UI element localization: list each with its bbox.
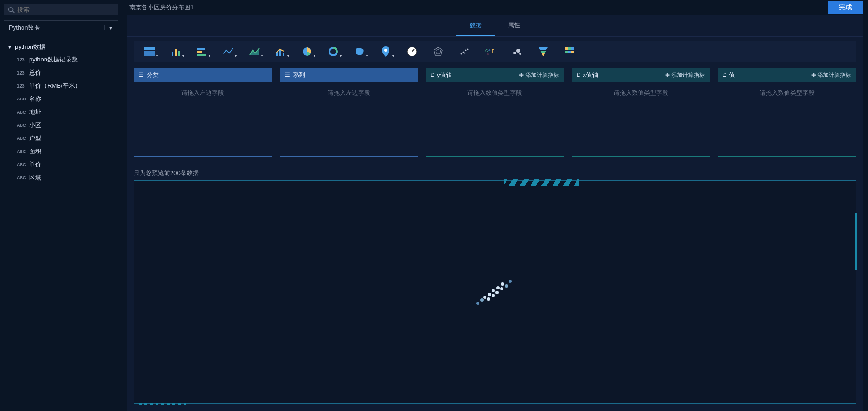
- text-type-icon: ABC: [17, 175, 29, 180]
- zone-xaxis-label: x值轴: [583, 71, 598, 79]
- numeric-type-icon: 123: [17, 57, 29, 62]
- svg-rect-41: [568, 51, 571, 53]
- svg-rect-42: [571, 51, 574, 53]
- pie-chart-icon[interactable]: ▾: [300, 46, 314, 57]
- pound-icon: £: [723, 72, 726, 78]
- text-type-icon: ABC: [17, 97, 29, 101]
- datasource-select[interactable]: Python数据 ▼: [4, 20, 118, 35]
- field-item[interactable]: 123单价（RMB/平米）: [15, 79, 118, 92]
- zone-series-placeholder: 请拖入左边字段: [280, 82, 418, 156]
- field-item[interactable]: ABC名称: [15, 92, 118, 106]
- zone-yaxis-add[interactable]: ✚ 添加计算指标: [519, 71, 559, 79]
- svg-marker-36: [542, 53, 545, 56]
- svg-point-23: [463, 52, 464, 53]
- field-label: 面积: [29, 147, 41, 156]
- ring-chart-icon[interactable]: ▾: [327, 46, 340, 57]
- list-icon: ☰: [139, 72, 144, 78]
- line-chart-icon[interactable]: ▾: [222, 46, 235, 57]
- zone-value[interactable]: £值 ✚ 添加计算指标 请拖入数值类型字段: [718, 68, 856, 157]
- svg-rect-5: [175, 49, 177, 56]
- field-item[interactable]: ABC区域: [15, 171, 118, 184]
- tabs: 数据 属性: [127, 15, 863, 37]
- field-item[interactable]: 123python数据记录数: [15, 53, 118, 66]
- svg-rect-2: [144, 47, 155, 50]
- tab-attr[interactable]: 属性: [495, 15, 533, 36]
- svg-rect-6: [178, 51, 180, 56]
- svg-text:B: B: [492, 49, 495, 54]
- bar-chart-icon[interactable]: ▾: [169, 46, 182, 57]
- table-chart-icon[interactable]: ▾: [143, 46, 156, 57]
- text-type-icon: ABC: [17, 110, 29, 114]
- field-item[interactable]: ABC地址: [15, 106, 118, 119]
- field-item[interactable]: ABC小区: [15, 119, 118, 132]
- field-item[interactable]: ABC面积: [15, 145, 118, 158]
- funnel-icon[interactable]: [537, 46, 550, 57]
- zone-series[interactable]: ☰系列 请拖入左边字段: [280, 68, 419, 157]
- field-list: 123python数据记录数123总价123单价（RMB/平米）ABC名称ABC…: [4, 53, 118, 184]
- datasource-label: Python数据: [9, 23, 40, 32]
- field-label: 区域: [29, 174, 41, 182]
- svg-rect-9: [197, 54, 206, 56]
- zone-category-placeholder: 请拖入左边字段: [134, 82, 272, 156]
- text-type-icon: ABC: [17, 123, 29, 128]
- zone-category[interactable]: ☰分类 请拖入左边字段: [134, 68, 272, 157]
- tree-root-label: python数据: [15, 43, 45, 51]
- area-chart-icon[interactable]: ▾: [248, 46, 261, 57]
- content-box: 数据 属性 ▾▾▾▾▾▾▾▾▾▾CABD ☰分类 请拖入左边字段 ☰系列 请拖入…: [127, 15, 863, 411]
- field-label: 单价: [29, 160, 41, 169]
- numeric-type-icon: 123: [17, 84, 29, 89]
- tree-root[interactable]: ▼ python数据: [4, 41, 118, 53]
- heatmap-icon[interactable]: [563, 46, 576, 57]
- gauge-icon[interactable]: [405, 46, 419, 57]
- zone-value-label: 值: [729, 71, 735, 79]
- search-box[interactable]: [4, 4, 118, 15]
- svg-marker-35: [540, 51, 546, 53]
- field-label: 地址: [29, 108, 41, 116]
- radar-icon[interactable]: [432, 46, 445, 57]
- preview-label: 只为您预览前200条数据: [127, 162, 863, 180]
- zone-series-label: 系列: [293, 71, 305, 79]
- svg-rect-40: [565, 51, 568, 53]
- field-label: 户型: [29, 134, 41, 143]
- svg-marker-34: [539, 47, 548, 50]
- field-label: 总价: [29, 68, 41, 77]
- zone-value-placeholder: 请拖入数值类型字段: [718, 82, 856, 156]
- map-china-icon[interactable]: ▾: [353, 46, 366, 57]
- combo-chart-icon[interactable]: ▾: [274, 46, 287, 57]
- svg-point-26: [467, 49, 469, 50]
- pound-icon: £: [577, 72, 580, 78]
- zone-xaxis-add[interactable]: ✚ 添加计算指标: [665, 71, 705, 79]
- field-label: 名称: [29, 95, 41, 103]
- search-icon: [8, 7, 15, 13]
- svg-rect-37: [565, 47, 568, 50]
- numeric-type-icon: 123: [17, 70, 29, 76]
- preview-accent: [855, 213, 857, 270]
- svg-rect-13: [283, 53, 284, 56]
- zone-yaxis-placeholder: 请拖入数值类型字段: [426, 82, 564, 156]
- text-type-icon: ABC: [17, 136, 29, 141]
- zone-yaxis[interactable]: £y值轴 ✚ 添加计算指标 请拖入数值类型字段: [426, 68, 564, 157]
- hbar-chart-icon[interactable]: ▾: [195, 46, 209, 57]
- zone-xaxis-placeholder: 请拖入数值类型字段: [572, 82, 710, 156]
- svg-rect-39: [571, 47, 574, 50]
- scatter-icon[interactable]: [458, 46, 471, 57]
- bubble-icon[interactable]: [510, 46, 524, 57]
- field-label: 小区: [29, 121, 41, 129]
- chevron-down-icon: ▼: [104, 25, 113, 30]
- caret-down-icon: ▼: [7, 45, 12, 50]
- tab-data[interactable]: 数据: [456, 15, 495, 36]
- zone-xaxis[interactable]: £x值轴 ✚ 添加计算指标 请拖入数值类型字段: [572, 68, 711, 157]
- field-item[interactable]: ABC单价: [15, 158, 118, 171]
- search-input[interactable]: [17, 6, 114, 13]
- zone-category-label: 分类: [147, 71, 159, 79]
- map-point-icon[interactable]: ▾: [379, 46, 392, 57]
- zone-yaxis-label: y值轴: [437, 71, 452, 79]
- field-item[interactable]: ABC户型: [15, 132, 118, 145]
- zone-value-add[interactable]: ✚ 添加计算指标: [811, 71, 851, 79]
- done-button[interactable]: 完成: [828, 1, 863, 14]
- word-cloud-icon[interactable]: CABD: [484, 46, 497, 57]
- svg-rect-8: [197, 51, 202, 53]
- chart-type-toolbar: ▾▾▾▾▾▾▾▾▾▾CABD: [134, 41, 856, 62]
- pound-icon: £: [431, 72, 434, 78]
- field-item[interactable]: 123总价: [15, 66, 118, 79]
